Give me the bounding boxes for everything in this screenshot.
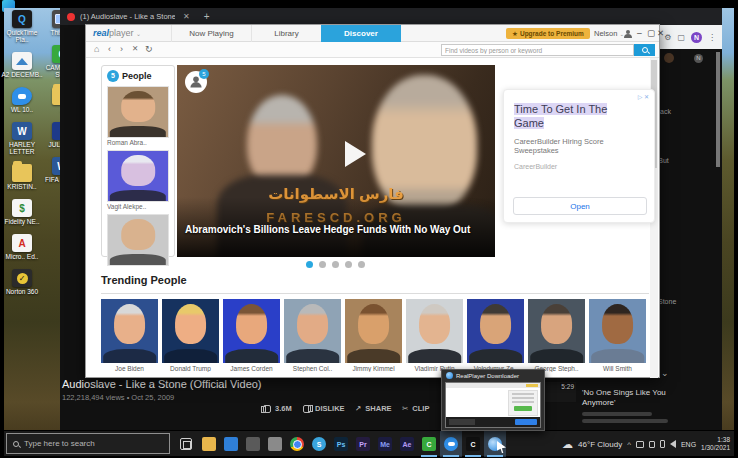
rp-logo[interactable]: realplayer ⌄ [93,28,141,38]
downloader-popup-title: RealPlayer Downloader [456,373,519,379]
people-count-badge: 5 [107,70,119,82]
avatar-badge: 5 [199,69,209,79]
maximize-button[interactable]: ▢ [647,28,655,38]
language-indicator[interactable]: ENG [681,441,696,448]
yt-like-button[interactable]: 3.6M [263,404,292,413]
chrome-menu-icon[interactable]: ⋮ [708,33,716,42]
taskbar-app-icon[interactable]: S [308,431,330,457]
taskbar-app-icon[interactable] [286,431,308,457]
trending-person-card[interactable]: Vladimir Putin [406,299,463,372]
trending-person-card[interactable]: James Corden [223,299,280,372]
pagination-dot[interactable] [319,261,326,268]
taskbar-app-icon[interactable] [220,431,242,457]
trending-person-card[interactable]: Volodymyr Ze.. [467,299,524,372]
search-button[interactable] [634,44,655,56]
trending-person-photo [345,299,402,363]
chrome-profile-avatar[interactable]: N [691,32,702,43]
display-icon[interactable] [636,441,644,448]
ad-open-button[interactable]: Open [513,197,647,215]
video-search-input[interactable] [441,44,634,56]
yt-suggestion-title[interactable]: 'No One Sings Like You Anymore' [582,388,702,423]
desktop-icon[interactable]: A Micro.. Ed.. [0,234,44,260]
taskbar-app-icon[interactable]: Ae [396,431,418,457]
trending-person-card[interactable]: Donald Trump [162,299,219,372]
desktop-icon[interactable]: $ Fidelity NE.. [0,199,44,225]
clock[interactable]: 1:38 1/30/2021 [701,436,732,452]
upgrade-premium-button[interactable]: ★ Upgrade to Premium [506,28,590,39]
desktop-icon[interactable]: Norton 360 [0,269,44,295]
pagination-dot[interactable] [358,261,365,268]
desktop-icon[interactable]: W HARLEY LETTER [0,122,44,155]
desktop-icon[interactable]: Q QuickTime Pla.. [0,10,44,43]
trending-person-name: James Corden [223,363,280,372]
pagination-dot[interactable] [306,261,313,268]
yt-suggestion-thumbnail[interactable]: 5:29 [544,382,576,402]
play-icon[interactable] [345,141,366,167]
pagination-dot[interactable] [332,261,339,268]
back-icon[interactable]: ‹ [108,44,111,54]
taskbar-app-icon[interactable] [198,431,220,457]
desktop-icon[interactable]: WL 10.. [0,87,44,113]
tab-library[interactable]: Library [251,25,321,42]
phone-icon[interactable] [660,440,665,448]
refresh-icon[interactable]: ↻ [145,44,153,54]
desktop-icon-glyph [12,269,32,287]
tray-expand-icon[interactable]: ^ [627,440,631,449]
people-panel-item[interactable]: Vagit Alekpe.. [107,150,169,212]
forward-icon[interactable]: › [120,44,123,54]
taskbar-search[interactable]: Type here to search [6,433,170,454]
search-icon [642,47,648,53]
chrome-tab-title[interactable]: (1) Audioslave - Like a Stone (Of [80,12,175,21]
taskbar-app-icon[interactable] [484,431,506,457]
pagination-dots[interactable] [306,261,365,268]
yt-share-button[interactable]: ↗ SHARE [355,404,392,413]
weather-text[interactable]: 46°F Cloudy [578,440,622,449]
mini-bottom-bar [446,417,540,427]
chrome-tab-bar: (1) Audioslave - Like a Stone (Of ✕ + [60,8,722,25]
yt-clip-button[interactable]: ✂ CLIP [402,404,429,413]
taskbar-app-icon[interactable] [264,431,286,457]
chrome-scrollbar[interactable] [716,52,720,167]
tab-now-playing[interactable]: Now Playing [171,25,251,42]
weather-cloud-icon[interactable]: ☁ [562,438,573,451]
pagination-dot[interactable] [345,261,352,268]
taskbar-app-icon[interactable] [440,431,462,457]
battery-icon[interactable] [649,441,655,448]
trending-person-card[interactable]: Joe Biden [101,299,158,372]
yt-scroll-chevron-icon[interactable]: ⌄ [661,368,669,378]
yt-dislike-button[interactable]: DISLIKE [303,404,345,413]
desktop-icon[interactable]: A2 DECEMB.. [0,52,44,78]
tab-search-icon[interactable]: ▢ [677,33,685,42]
home-icon[interactable]: ⌂ [94,44,99,54]
ad-title: Time To Get In The Game [514,102,644,130]
trending-person-card[interactable]: Jimmy Kimmel [345,299,402,372]
taskbar-app-icon[interactable]: Ps [330,431,352,457]
trending-person-card[interactable]: Will Smith [589,299,646,372]
desktop-icon[interactable]: KRISTIN.. [0,164,44,190]
new-tab-icon[interactable]: + [204,11,210,22]
taskbar-app-icon[interactable]: Pr [352,431,374,457]
tab-discover[interactable]: Discover [321,25,401,42]
close-button[interactable]: ✕ [657,28,664,38]
speaker-icon[interactable] [670,440,676,448]
trending-person-card[interactable]: Stephen Col.. [284,299,341,372]
adchoices-icon[interactable]: ▷ ✕ [638,93,649,100]
people-panel-item[interactable] [107,214,169,269]
taskbar-app-icon[interactable]: Me [374,431,396,457]
channel-avatar[interactable]: 5 [185,71,207,93]
task-view-icon[interactable] [180,438,192,450]
people-panel-item[interactable]: Roman Abra.. [107,86,169,148]
account-icon[interactable] [624,30,632,38]
extensions-icon[interactable]: ⚙ [664,33,671,42]
minimize-button[interactable]: – [637,28,642,38]
taskbar-app-icon[interactable] [242,431,264,457]
tab-close-icon[interactable]: ✕ [183,12,190,21]
downloader-preview-popup[interactable]: RealPlayer Downloader [441,369,545,431]
stop-icon[interactable]: ✕ [132,44,138,53]
trending-person-card[interactable]: George Steph.. [528,299,585,372]
taskbar-app-icon[interactable]: C [418,431,440,457]
trending-person-photo [406,299,463,363]
featured-video[interactable]: 5 فارس الاسطوانات FARESCD.ORG Abramovich… [177,65,495,257]
account-name[interactable]: Nelson ⌄ [594,29,624,38]
taskbar-app-icon[interactable]: C [462,431,484,457]
